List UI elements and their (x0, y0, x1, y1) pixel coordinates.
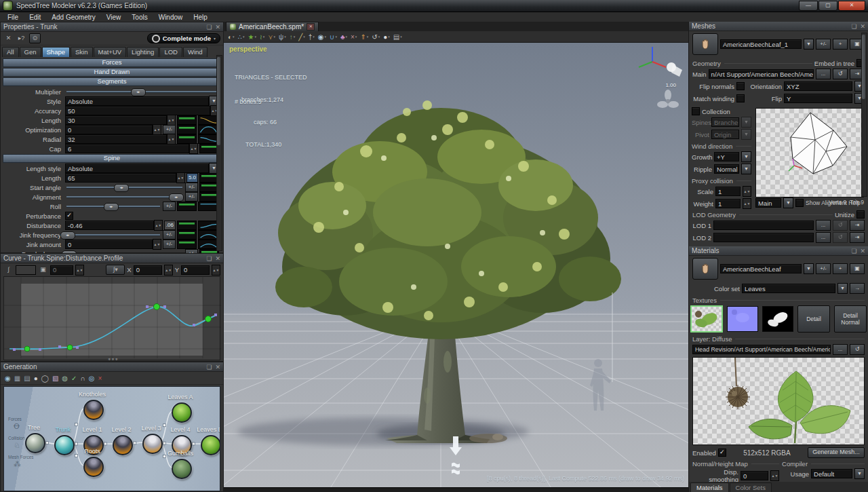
panel-splitter[interactable]: ●●● (108, 356, 119, 361)
section-hand-drawn[interactable]: Hand Drawn (3, 68, 221, 77)
cut-icon[interactable]: ×▾ (349, 32, 358, 41)
curve-preset-icon[interactable]: ∫ (3, 265, 14, 274)
float-panel-icon[interactable]: ❏ (851, 248, 856, 254)
meshes-scrollbar[interactable] (861, 33, 867, 197)
menu-view[interactable]: View (102, 13, 126, 22)
mesh-add-button[interactable]: + (833, 39, 848, 50)
sapling-icon[interactable]: ↑▾ (288, 32, 297, 41)
mesh-pm-button[interactable]: +/- (816, 39, 831, 50)
slider-handle[interactable]: ◂▸ (131, 88, 146, 96)
notepad-icon[interactable]: ▤▾ (392, 32, 403, 41)
section-segments[interactable]: Segments (3, 77, 221, 86)
mesh-pick-hand-icon[interactable] (692, 33, 718, 55)
canopy-icon[interactable]: ψ▾ (277, 32, 288, 41)
attach-icon[interactable]: ⇥ (850, 232, 865, 243)
hand-draw-icon[interactable]: ╱▾ (297, 32, 307, 41)
alignment-help-checkbox[interactable] (795, 199, 804, 207)
close-panel-icon[interactable]: ✕ (860, 248, 865, 254)
ripple-dropdown[interactable]: Normal (714, 164, 739, 174)
slider-start-angle[interactable]: ◂▸ (65, 183, 184, 191)
variance-thumb[interactable] (177, 221, 197, 230)
hide-children-icon[interactable]: ▤ (24, 375, 30, 382)
variance-badge[interactable]: .06 (164, 221, 176, 230)
x-stepper[interactable]: ▲▼ (164, 265, 173, 276)
visibility-icon[interactable]: ⊙ (29, 33, 41, 43)
lock-icon[interactable]: ∩ (80, 375, 85, 382)
float-panel-icon[interactable]: ❏ (851, 23, 856, 30)
curve-editor[interactable] (3, 276, 220, 360)
lod2-field[interactable] (713, 233, 814, 242)
proxy-scale-field[interactable]: 1 (715, 187, 741, 196)
color-set-arrow-icon[interactable]: ▼ (837, 283, 848, 294)
close-panel-icon[interactable]: ✕ (860, 23, 865, 30)
disp-stepper[interactable]: ▲▼ (770, 470, 779, 481)
preview-main-dropdown[interactable]: Main (755, 198, 781, 208)
node-tree[interactable] (25, 433, 45, 453)
mesh-combo[interactable]: AmericanBeechLeaf_1 (720, 39, 802, 49)
proxy-weight-field[interactable]: 1 (715, 199, 741, 208)
close-panel-icon[interactable]: ✕ (215, 24, 220, 31)
curve-shape-icon[interactable]: ∫▾ (106, 265, 125, 275)
stamp-icon[interactable]: ▣ (38, 265, 48, 274)
field-length[interactable]: 65 (65, 173, 176, 183)
collection-checkbox[interactable] (692, 107, 700, 115)
node-level-3[interactable] (142, 434, 163, 454)
variance-thumb[interactable] (177, 202, 197, 211)
export-icon[interactable]: ⇑▾ (359, 32, 370, 41)
tab-wind[interactable]: Wind (183, 47, 208, 57)
checkbox-perturbance[interactable]: ✓ (65, 212, 73, 220)
node-roots[interactable] (83, 457, 104, 477)
tab-lighting[interactable]: Lighting (127, 47, 159, 57)
knife-icon[interactable]: †▾ (307, 32, 316, 41)
stepper-icon[interactable]: ▲▼ (189, 143, 198, 154)
variance-button[interactable]: +/- (163, 125, 176, 134)
material-pick-hand-icon[interactable] (692, 258, 718, 280)
browse-button[interactable]: ... (816, 69, 831, 79)
variance-button[interactable]: +/- (163, 240, 176, 249)
section-spine[interactable]: Spine (3, 154, 221, 163)
twig-icon[interactable]: ⋎▾ (267, 32, 277, 41)
target-icon[interactable]: ◎ (89, 375, 95, 382)
browse-button[interactable]: ... (816, 220, 831, 231)
detail-button[interactable]: Detail (797, 305, 830, 333)
slider-handle[interactable]: ◂▸ (60, 231, 75, 240)
delete-icon[interactable]: ✕ (3, 34, 14, 43)
tab-skin[interactable]: Skin (71, 47, 92, 57)
proxy-scale-stepper[interactable]: ▲▼ (743, 186, 751, 197)
mode-dropdown[interactable]: Complete mode ▾ (147, 33, 220, 43)
close-panel-icon[interactable]: ✕ (215, 255, 220, 262)
slider-roll[interactable]: ◂▸ (65, 202, 161, 210)
mesh-preview[interactable] (755, 108, 864, 197)
stepper-icon[interactable]: ▲▼ (153, 239, 161, 250)
mesh-combo-arrow-icon[interactable]: ▼ (804, 39, 814, 50)
curve-index-field[interactable]: 0 (50, 265, 73, 275)
variance-thumb[interactable] (177, 125, 197, 134)
refresh-icon[interactable]: ↺ (850, 344, 865, 355)
disp-field[interactable]: 0 (741, 471, 768, 480)
tab-lod[interactable]: LOD (159, 47, 182, 57)
field-optimization[interactable]: 0 (65, 125, 153, 134)
forces-icon[interactable]: ∴▾ (237, 32, 246, 41)
node-level-2[interactable] (113, 435, 133, 455)
material-pm-button[interactable]: +/- (816, 263, 831, 274)
slider-multiplier[interactable]: ◂▸ (65, 88, 219, 96)
slider-alignment[interactable]: ◂▸ (65, 193, 184, 201)
node-leaves-b[interactable] (201, 435, 220, 455)
leaf-star-icon[interactable]: ★▾ (246, 32, 257, 41)
flip-dropdown[interactable]: Y (784, 94, 852, 103)
lod1-field[interactable] (713, 221, 814, 230)
node-graph[interactable]: ForcesꝊCollision♘Mesh Forces⁂TreeTrunkKn… (3, 386, 220, 491)
slider-jink-frequency[interactable]: ◂▸ (65, 231, 161, 239)
browse-button[interactable]: ... (833, 344, 848, 355)
tab-mat-uv[interactable]: Mat+UV (94, 47, 127, 57)
close-panel-icon[interactable]: ✕ (215, 364, 220, 371)
field-length[interactable]: 30 (65, 115, 167, 125)
growth-arrow-icon[interactable]: ▼ (741, 151, 751, 162)
viewport-3d[interactable]: perspective TRIANGLES - SELECTED branche… (224, 43, 688, 487)
variance-thumb[interactable] (177, 134, 197, 144)
section-forces[interactable]: Forces (3, 58, 221, 67)
main-path-field[interactable]: n/Art Support/American Beech/AmericanBee… (709, 69, 814, 79)
material-combo[interactable]: AmericanBeechLeaf (720, 264, 802, 273)
usage-arrow-icon[interactable]: ▼ (854, 468, 865, 479)
attach-icon[interactable]: ⇥ (850, 220, 865, 231)
